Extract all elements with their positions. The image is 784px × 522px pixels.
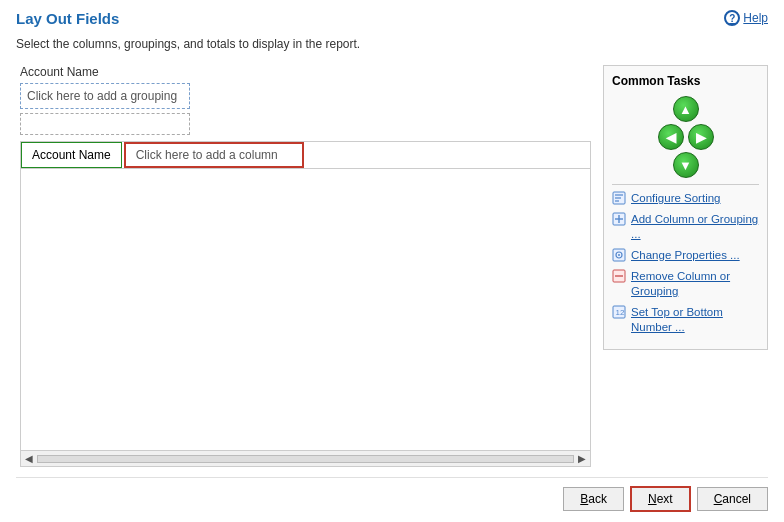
nav-arrows-mid-row: ◀ ▶	[612, 124, 759, 150]
grouping-area: Account Name Click here to add a groupin…	[16, 65, 591, 135]
help-icon: ?	[724, 10, 740, 26]
back-button[interactable]: Back	[563, 487, 624, 511]
change-properties-task[interactable]: Change Properties ...	[612, 248, 759, 263]
account-name-column[interactable]: Account Name	[21, 142, 122, 168]
set-top-bottom-label: Set Top or Bottom Number ...	[631, 305, 759, 335]
help-label: Help	[743, 11, 768, 25]
bottom-bar: Back Next Cancel	[16, 477, 768, 512]
remove-column-grouping-icon	[612, 269, 626, 283]
cancel-button[interactable]: Cancel	[697, 487, 768, 511]
add-column-grouping-task[interactable]: Add Column or Grouping ...	[612, 212, 759, 242]
nav-left-button[interactable]: ◀	[658, 124, 684, 150]
left-panel: Account Name Click here to add a groupin…	[16, 65, 591, 467]
cancel-label-rest: ancel	[722, 492, 751, 506]
change-properties-label: Change Properties ...	[631, 248, 740, 263]
cancel-label: C	[714, 492, 723, 506]
scroll-right-arrow[interactable]: ▶	[576, 453, 588, 464]
divider	[612, 184, 759, 185]
nav-down-button[interactable]: ▼	[673, 152, 699, 178]
set-top-bottom-task[interactable]: 12 Set Top or Bottom Number ...	[612, 305, 759, 335]
add-column-grouping-label: Add Column or Grouping ...	[631, 212, 759, 242]
add-column-button[interactable]: Click here to add a column	[124, 142, 304, 168]
columns-header-row: Account Name Click here to add a column	[21, 142, 590, 169]
nav-up-button[interactable]: ▲	[673, 96, 699, 122]
svg-text:12: 12	[616, 308, 625, 317]
main-area: Account Name Click here to add a groupin…	[16, 65, 768, 467]
page-title: Lay Out Fields	[16, 10, 768, 27]
account-name-grouping-label: Account Name	[20, 65, 591, 79]
remove-column-grouping-label: Remove Column or Grouping	[631, 269, 759, 299]
horizontal-scrollbar[interactable]: ◀ ▶	[21, 450, 590, 466]
next-label-rest: ext	[657, 492, 673, 506]
add-grouping-button[interactable]: Click here to add a grouping	[20, 83, 190, 109]
grouping-empty-box	[20, 113, 190, 135]
configure-sorting-task[interactable]: Configure Sorting	[612, 191, 759, 206]
columns-body	[21, 169, 590, 379]
common-tasks-box: Common Tasks ▲ ◀ ▶ ▼	[603, 65, 768, 350]
configure-sorting-icon	[612, 191, 626, 205]
scroll-left-arrow[interactable]: ◀	[23, 453, 35, 464]
svg-point-9	[618, 254, 620, 256]
back-label-rest: ack	[588, 492, 607, 506]
remove-column-grouping-task[interactable]: Remove Column or Grouping	[612, 269, 759, 299]
next-label: N	[648, 492, 657, 506]
configure-sorting-label: Configure Sorting	[631, 191, 721, 206]
nav-arrows-up-row: ▲	[612, 96, 759, 122]
columns-area: Account Name Click here to add a column …	[20, 141, 591, 467]
page-subtitle: Select the columns, groupings, and total…	[16, 37, 768, 51]
change-properties-icon	[612, 248, 626, 262]
nav-right-button[interactable]: ▶	[688, 124, 714, 150]
help-link[interactable]: ? Help	[724, 10, 768, 26]
common-tasks-title: Common Tasks	[612, 74, 759, 88]
add-grouping-label: Click here to add a grouping	[27, 89, 177, 103]
nav-arrows-down-row: ▼	[612, 152, 759, 178]
right-panel: Common Tasks ▲ ◀ ▶ ▼	[603, 65, 768, 467]
page-container: ? Help Lay Out Fields Select the columns…	[0, 0, 784, 522]
next-button[interactable]: Next	[630, 486, 691, 512]
add-column-grouping-icon	[612, 212, 626, 226]
scroll-track[interactable]	[37, 455, 574, 463]
set-top-bottom-icon: 12	[612, 305, 626, 319]
